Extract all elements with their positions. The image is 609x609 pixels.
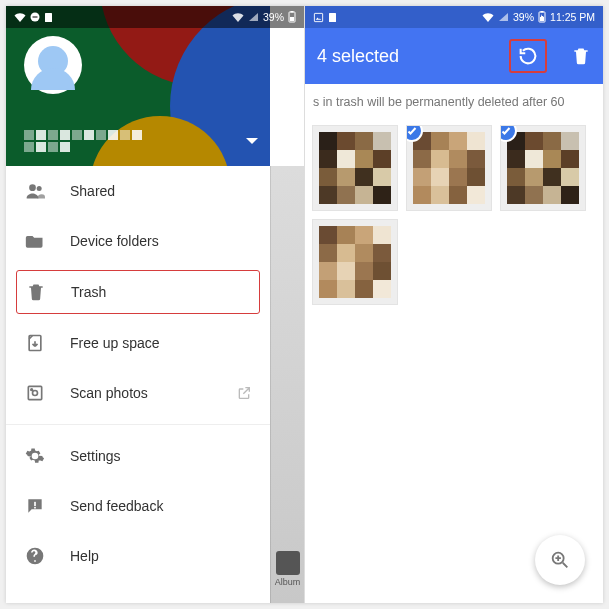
trash-grid (305, 120, 603, 310)
restore-icon (517, 45, 539, 67)
svg-rect-4 (290, 17, 294, 21)
photo-thumb[interactable] (501, 126, 585, 210)
menu-item-shared[interactable]: Shared (6, 166, 270, 216)
menu-item-trash[interactable]: Trash (16, 270, 260, 314)
phone-left-drawer: 39% (6, 6, 305, 603)
account-name-blurred (24, 130, 144, 152)
trash-icon (25, 281, 47, 303)
free-up-icon (24, 332, 46, 354)
avatar[interactable] (24, 36, 82, 94)
svg-point-11 (31, 389, 33, 391)
menu-item-settings[interactable]: Settings (6, 431, 270, 481)
menu-label: Send feedback (70, 498, 163, 514)
photo-thumb[interactable] (313, 220, 397, 304)
albums-tab-icon[interactable] (276, 551, 300, 575)
card-icon (44, 12, 53, 23)
wifi-icon (232, 12, 244, 22)
app-bar-selection: 4 selected (305, 28, 603, 84)
menu-item-free-up-space[interactable]: Free up space (6, 318, 270, 368)
drawer-header (6, 6, 270, 166)
menu-item-send-feedback[interactable]: Send feedback (6, 481, 270, 531)
help-icon (24, 545, 46, 567)
selection-title: 4 selected (317, 46, 399, 67)
menu-label: Trash (71, 284, 106, 300)
dnd-icon (30, 12, 40, 22)
trash-retention-text: s in trash will be permanently deleted a… (305, 84, 603, 120)
wifi-icon (482, 12, 494, 22)
menu-label: Settings (70, 448, 121, 464)
wifi-icon (14, 12, 26, 22)
menu-item-scan-photos[interactable]: Scan photos (6, 368, 270, 418)
zoom-fab[interactable] (535, 535, 585, 585)
delete-button[interactable] (571, 45, 591, 67)
gear-icon (24, 445, 46, 467)
svg-point-10 (33, 391, 38, 396)
battery-icon (538, 11, 546, 23)
trash-icon (571, 45, 591, 67)
folder-icon (24, 230, 46, 252)
chevron-down-icon (246, 138, 258, 144)
background-app-peek: Album (270, 166, 304, 603)
svg-rect-5 (291, 11, 294, 13)
svg-point-6 (29, 184, 36, 191)
image-icon (313, 12, 324, 23)
phone-right-trash: 39% 11:25 PM 4 selected s in trash will … (305, 6, 603, 603)
menu-label: Help (70, 548, 99, 564)
battery-icon (288, 11, 296, 23)
status-bar: 39% 11:25 PM (305, 6, 603, 28)
svg-rect-16 (329, 13, 336, 22)
menu-label: Free up space (70, 335, 160, 351)
clock-text: 11:25 PM (550, 11, 595, 23)
account-switcher[interactable] (24, 130, 258, 152)
svg-rect-13 (34, 507, 36, 509)
menu-label: Scan photos (70, 385, 148, 401)
card-icon (328, 12, 337, 23)
svg-point-7 (37, 186, 42, 191)
svg-rect-9 (28, 386, 41, 399)
svg-rect-19 (541, 11, 544, 13)
svg-rect-1 (33, 16, 38, 18)
menu-label: Shared (70, 183, 115, 199)
restore-button[interactable] (509, 39, 547, 73)
battery-pct: 39% (263, 11, 284, 23)
menu-divider (6, 424, 270, 425)
signal-icon (248, 12, 259, 22)
svg-rect-15 (314, 13, 322, 21)
status-bar: 39% (6, 6, 304, 28)
photo-thumb[interactable] (313, 126, 397, 210)
menu-item-device-folders[interactable]: Device folders (6, 216, 270, 266)
photo-thumb[interactable] (407, 126, 491, 210)
svg-rect-12 (34, 502, 36, 506)
albums-tab-label: Album (275, 577, 301, 587)
menu-item-help[interactable]: Help (6, 531, 270, 581)
drawer-menu: Shared Device folders Trash Free up spac… (6, 166, 270, 581)
feedback-icon (24, 495, 46, 517)
people-icon (24, 180, 46, 202)
svg-rect-2 (45, 13, 52, 22)
scan-icon (24, 382, 46, 404)
menu-label: Device folders (70, 233, 159, 249)
magnifier-icon (549, 549, 571, 571)
external-link-icon (236, 385, 252, 401)
signal-icon (498, 12, 509, 22)
battery-pct: 39% (513, 11, 534, 23)
